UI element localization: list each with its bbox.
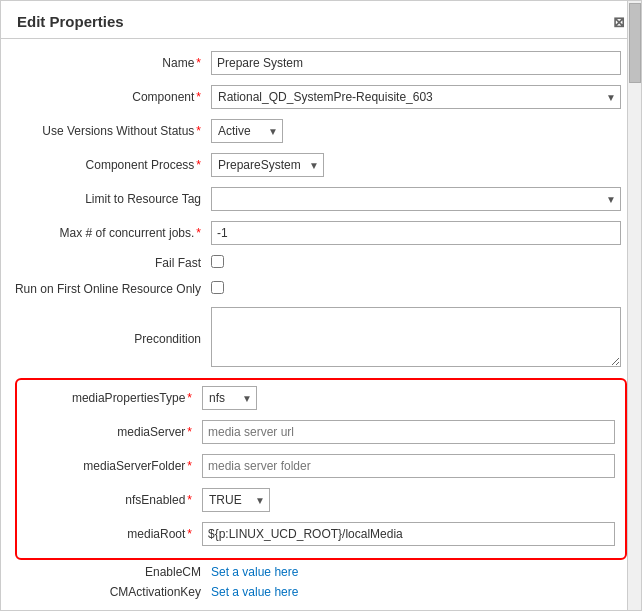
- media-root-input[interactable]: [202, 522, 615, 546]
- dialog-body: Name* Component* Rational_QD_SystemPre-R…: [1, 39, 641, 604]
- link-rows: EnableCM Set a value here CMActivationKe…: [1, 564, 641, 604]
- link-value[interactable]: Set a value here: [211, 565, 298, 579]
- nfs-enabled-row: nfsEnabled* TRUE FALSE ▼: [23, 486, 619, 514]
- component-process-select-wrapper: PrepareSystem ▼: [211, 153, 324, 177]
- close-button[interactable]: ⊠: [613, 14, 625, 30]
- limit-resource-control: ▼: [211, 187, 621, 211]
- limit-resource-row: Limit to Resource Tag ▼: [1, 185, 641, 213]
- link-row: CMActivationKey Set a value here: [1, 584, 641, 600]
- link-label: EnableCM: [11, 565, 211, 579]
- media-server-folder-label: mediaServerFolder*: [27, 459, 202, 473]
- media-root-row: mediaRoot*: [23, 520, 619, 548]
- use-versions-select-wrapper: Active All Inactive ▼: [211, 119, 283, 143]
- scrollbar[interactable]: [627, 1, 641, 610]
- media-server-folder-control: [202, 454, 615, 478]
- use-versions-row: Use Versions Without Status* Active All …: [1, 117, 641, 145]
- dialog-header: Edit Properties ⊠: [1, 1, 641, 39]
- run-online-control: [211, 281, 621, 297]
- precondition-label: Precondition: [11, 332, 211, 346]
- media-server-row: mediaServer*: [23, 418, 619, 446]
- precondition-row: Precondition: [1, 305, 641, 372]
- media-props-type-label: mediaPropertiesType*: [27, 391, 202, 405]
- edit-properties-dialog: Edit Properties ⊠ Name* Component* Ratio…: [0, 0, 642, 611]
- scrollbar-thumb[interactable]: [629, 3, 641, 83]
- component-select-wrapper: Rational_QD_SystemPre-Requisite_603 ▼: [211, 85, 621, 109]
- media-root-control: [202, 522, 615, 546]
- nfs-enabled-label: nfsEnabled*: [27, 493, 202, 507]
- link-value[interactable]: Set a value here: [211, 585, 298, 599]
- media-server-input[interactable]: [202, 420, 615, 444]
- run-online-checkbox[interactable]: [211, 281, 224, 294]
- component-control: Rational_QD_SystemPre-Requisite_603 ▼: [211, 85, 621, 109]
- fail-fast-row: Fail Fast: [1, 253, 641, 273]
- component-process-label: Component Process*: [11, 158, 211, 172]
- component-process-row: Component Process* PrepareSystem ▼: [1, 151, 641, 179]
- max-jobs-row: Max # of concurrent jobs.*: [1, 219, 641, 247]
- media-props-type-control: nfs local ▼: [202, 386, 615, 410]
- max-jobs-input[interactable]: [211, 221, 621, 245]
- use-versions-control: Active All Inactive ▼: [211, 119, 621, 143]
- max-jobs-control: [211, 221, 621, 245]
- precondition-textarea[interactable]: [211, 307, 621, 367]
- component-select[interactable]: Rational_QD_SystemPre-Requisite_603: [212, 86, 620, 108]
- fail-fast-control: [211, 255, 621, 271]
- highlighted-section: mediaPropertiesType* nfs local ▼ mediaSe…: [15, 378, 627, 560]
- media-props-type-select-wrapper: nfs local ▼: [202, 386, 257, 410]
- fail-fast-label: Fail Fast: [11, 256, 211, 270]
- component-process-control: PrepareSystem ▼: [211, 153, 621, 177]
- run-online-label: Run on First Online Resource Only: [11, 282, 211, 296]
- run-online-row: Run on First Online Resource Only: [1, 279, 641, 299]
- component-process-select[interactable]: PrepareSystem: [212, 154, 323, 176]
- media-server-label: mediaServer*: [27, 425, 202, 439]
- media-props-type-row: mediaPropertiesType* nfs local ▼: [23, 384, 619, 412]
- limit-resource-select[interactable]: [212, 188, 620, 210]
- use-versions-label: Use Versions Without Status*: [11, 124, 211, 138]
- media-root-label: mediaRoot*: [27, 527, 202, 541]
- nfs-enabled-control: TRUE FALSE ▼: [202, 488, 615, 512]
- limit-resource-select-wrapper: ▼: [211, 187, 621, 211]
- link-row: EnableCM Set a value here: [1, 564, 641, 580]
- media-server-control: [202, 420, 615, 444]
- limit-resource-label: Limit to Resource Tag: [11, 192, 211, 206]
- component-row: Component* Rational_QD_SystemPre-Requisi…: [1, 83, 641, 111]
- media-server-folder-row: mediaServerFolder*: [23, 452, 619, 480]
- use-versions-select[interactable]: Active All Inactive: [212, 120, 282, 142]
- nfs-enabled-select[interactable]: TRUE FALSE: [203, 489, 269, 511]
- precondition-control: [211, 307, 621, 370]
- media-server-folder-input[interactable]: [202, 454, 615, 478]
- fail-fast-checkbox[interactable]: [211, 255, 224, 268]
- name-label: Name*: [11, 56, 211, 70]
- name-control: [211, 51, 621, 75]
- name-row: Name*: [1, 49, 641, 77]
- component-label: Component*: [11, 90, 211, 104]
- name-input[interactable]: [211, 51, 621, 75]
- max-jobs-label: Max # of concurrent jobs.*: [11, 226, 211, 240]
- dialog-title: Edit Properties: [17, 13, 124, 30]
- media-props-type-select[interactable]: nfs local: [203, 387, 256, 409]
- nfs-enabled-select-wrapper: TRUE FALSE ▼: [202, 488, 270, 512]
- link-label: CMActivationKey: [11, 585, 211, 599]
